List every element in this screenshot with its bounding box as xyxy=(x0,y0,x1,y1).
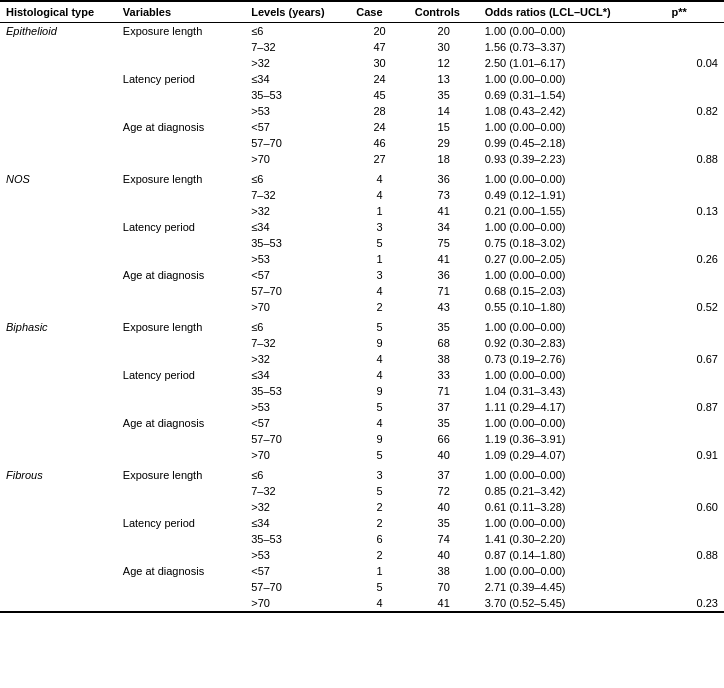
table-row: EpithelioidExposure length≤620201.00 (0.… xyxy=(0,23,724,40)
histotype-cell xyxy=(0,55,117,71)
p-cell: 0.04 xyxy=(666,55,724,71)
p-cell xyxy=(666,483,724,499)
p-cell: 0.67 xyxy=(666,351,724,367)
p-cell xyxy=(666,335,724,351)
level-cell: >70 xyxy=(245,447,350,463)
p-cell: 0.23 xyxy=(666,595,724,612)
histotype-cell xyxy=(0,87,117,103)
variable-cell xyxy=(117,483,245,499)
level-cell: 7–32 xyxy=(245,187,350,203)
level-cell: ≤34 xyxy=(245,367,350,383)
controls-cell: 74 xyxy=(409,531,479,547)
level-cell: 57–70 xyxy=(245,283,350,299)
level-cell: >32 xyxy=(245,499,350,515)
case-cell: 28 xyxy=(350,103,408,119)
histotype-cell xyxy=(0,483,117,499)
p-cell xyxy=(666,367,724,383)
or-cell: 1.00 (0.00–0.00) xyxy=(479,367,666,383)
p-cell xyxy=(666,563,724,579)
histotype-cell: Epithelioid xyxy=(0,23,117,40)
p-cell xyxy=(666,463,724,483)
variable-cell xyxy=(117,203,245,219)
controls-cell: 71 xyxy=(409,283,479,299)
header-histotype: Histological type xyxy=(0,1,117,23)
p-cell: 0.82 xyxy=(666,103,724,119)
p-cell: 0.26 xyxy=(666,251,724,267)
variable-cell xyxy=(117,531,245,547)
case-cell: 4 xyxy=(350,351,408,367)
case-cell: 4 xyxy=(350,167,408,187)
case-cell: 24 xyxy=(350,71,408,87)
or-cell: 0.27 (0.00–2.05) xyxy=(479,251,666,267)
p-cell: 0.52 xyxy=(666,299,724,315)
level-cell: >70 xyxy=(245,151,350,167)
case-cell: 45 xyxy=(350,87,408,103)
variable-cell xyxy=(117,335,245,351)
p-cell xyxy=(666,219,724,235)
case-cell: 2 xyxy=(350,299,408,315)
case-cell: 5 xyxy=(350,447,408,463)
variable-cell xyxy=(117,399,245,415)
controls-cell: 35 xyxy=(409,515,479,531)
p-cell: 0.87 xyxy=(666,399,724,415)
controls-cell: 33 xyxy=(409,367,479,383)
level-cell: >53 xyxy=(245,103,350,119)
header-p: p** xyxy=(666,1,724,23)
level-cell: 57–70 xyxy=(245,579,350,595)
table-row: NOSExposure length≤64361.00 (0.00–0.00) xyxy=(0,167,724,187)
table-row: 7–325720.85 (0.21–3.42) xyxy=(0,483,724,499)
histotype-cell xyxy=(0,71,117,87)
or-cell: 1.41 (0.30–2.20) xyxy=(479,531,666,547)
table-row: 57–705702.71 (0.39–4.45) xyxy=(0,579,724,595)
case-cell: 5 xyxy=(350,483,408,499)
histotype-cell xyxy=(0,383,117,399)
p-cell xyxy=(666,283,724,299)
table-row: >324380.73 (0.19–2.76)0.67 xyxy=(0,351,724,367)
histotype-cell xyxy=(0,219,117,235)
p-cell xyxy=(666,267,724,283)
case-cell: 24 xyxy=(350,119,408,135)
controls-cell: 73 xyxy=(409,187,479,203)
level-cell: <57 xyxy=(245,563,350,579)
histotype-cell xyxy=(0,283,117,299)
level-cell: >53 xyxy=(245,251,350,267)
or-cell: 1.08 (0.43–2.42) xyxy=(479,103,666,119)
or-cell: 0.69 (0.31–1.54) xyxy=(479,87,666,103)
p-cell xyxy=(666,87,724,103)
variable-cell xyxy=(117,103,245,119)
case-cell: 9 xyxy=(350,383,408,399)
histotype-cell xyxy=(0,299,117,315)
histotype-cell xyxy=(0,203,117,219)
or-cell: 0.93 (0.39–2.23) xyxy=(479,151,666,167)
or-cell: 3.70 (0.52–5.45) xyxy=(479,595,666,612)
p-cell: 0.88 xyxy=(666,151,724,167)
or-cell: 1.00 (0.00–0.00) xyxy=(479,119,666,135)
variable-cell xyxy=(117,187,245,203)
controls-cell: 72 xyxy=(409,483,479,499)
variable-cell xyxy=(117,595,245,612)
histotype-cell xyxy=(0,39,117,55)
p-cell xyxy=(666,39,724,55)
controls-cell: 18 xyxy=(409,151,479,167)
histotype-cell xyxy=(0,431,117,447)
case-cell: 4 xyxy=(350,187,408,203)
variable-cell xyxy=(117,251,245,267)
case-cell: 5 xyxy=(350,579,408,595)
level-cell: >70 xyxy=(245,595,350,612)
table-row: 7–329680.92 (0.30–2.83) xyxy=(0,335,724,351)
case-cell: 1 xyxy=(350,203,408,219)
table-row: >702430.55 (0.10–1.80)0.52 xyxy=(0,299,724,315)
histotype-cell: Biphasic xyxy=(0,315,117,335)
table-row: 57–704710.68 (0.15–2.03) xyxy=(0,283,724,299)
histotype-cell xyxy=(0,151,117,167)
variable-cell xyxy=(117,283,245,299)
table-row: Latency period≤3424131.00 (0.00–0.00) xyxy=(0,71,724,87)
histotype-cell xyxy=(0,119,117,135)
controls-cell: 41 xyxy=(409,251,479,267)
table-row: Age at diagnosis<571381.00 (0.00–0.00) xyxy=(0,563,724,579)
variable-cell xyxy=(117,299,245,315)
level-cell: <57 xyxy=(245,267,350,283)
or-cell: 0.92 (0.30–2.83) xyxy=(479,335,666,351)
variable-cell: Age at diagnosis xyxy=(117,267,245,283)
case-cell: 47 xyxy=(350,39,408,55)
